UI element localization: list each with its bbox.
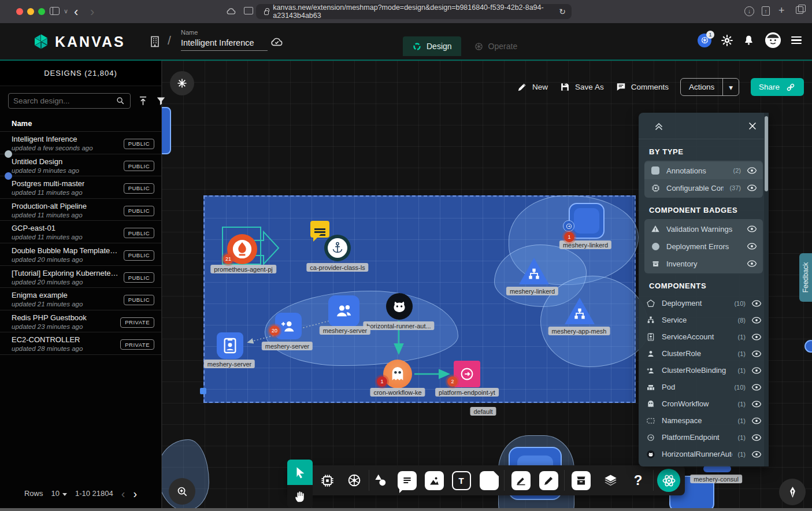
meshery-linkerd-node-badge[interactable]: 1 — [564, 232, 574, 242]
visibility-eye-icon[interactable] — [751, 416, 762, 426]
design-search-field[interactable] — [8, 93, 131, 109]
comment-tool[interactable] — [396, 470, 417, 491]
ca-provider-node[interactable] — [324, 235, 351, 261]
layers-tool[interactable] — [600, 470, 621, 491]
visibility-eye-icon[interactable] — [751, 399, 762, 409]
comment-marker-icon[interactable] — [310, 221, 329, 238]
platform-endpoint-node-badge[interactable]: 2 — [447, 376, 458, 387]
pen-mode-button[interactable] — [779, 479, 806, 505]
new-tab-icon[interactable]: + — [778, 5, 785, 17]
select-tool[interactable] — [287, 460, 313, 485]
design-list-item[interactable]: EC2-CONTROLLER updated 28 minutes ago PR… — [0, 332, 161, 355]
reload-icon[interactable]: ↻ — [559, 7, 566, 16]
text-tool[interactable]: T — [451, 470, 472, 491]
user-avatar[interactable] — [764, 31, 782, 49]
design-list-item[interactable]: Postgres multi-master updated 11 minutes… — [0, 176, 161, 199]
component-row[interactable]: ClusterRole (1) — [639, 345, 769, 362]
window-close-button[interactable] — [16, 8, 23, 15]
github-runner-node[interactable] — [386, 293, 413, 320]
visibility-eye-icon[interactable] — [747, 224, 757, 234]
visibility-eye-icon[interactable] — [751, 332, 762, 342]
kanvas-logo[interactable]: KANVAS — [32, 33, 125, 50]
shapes-tool[interactable] — [370, 470, 391, 491]
downloads-icon[interactable]: ↓ — [744, 6, 754, 16]
tab-overview-icon[interactable] — [796, 6, 803, 14]
feedback-tab[interactable]: Feedback — [799, 253, 812, 302]
kubernetes-context-icon[interactable]: 1 — [698, 34, 711, 47]
designs-column-header[interactable]: Name — [0, 114, 161, 132]
share-icon[interactable]: ↑ — [762, 6, 770, 16]
cron-workflow-node[interactable] — [383, 360, 412, 388]
visibility-eye-icon[interactable] — [751, 382, 762, 392]
close-panel-icon[interactable] — [747, 120, 758, 132]
component-row[interactable]: ServiceAccount (1) — [639, 328, 769, 345]
window-minimize-button[interactable] — [27, 8, 34, 15]
meshery-tool[interactable] — [657, 469, 680, 492]
design-list-item[interactable]: GCP-east-01 updated 11 minutes ago PUBLI… — [0, 221, 161, 243]
meshery-server-node-badge[interactable]: 20 — [269, 325, 280, 336]
component-row[interactable]: PlatformEndpoint (1) — [639, 429, 769, 446]
design-list-item[interactable]: Redis PHP Guestbook updated 23 minutes a… — [0, 310, 161, 333]
components-tool[interactable] — [317, 470, 338, 491]
collapse-panel-icon[interactable] — [652, 120, 665, 132]
organization-icon[interactable] — [148, 35, 162, 49]
design-list-item[interactable]: Intelligent Inference updated a few seco… — [0, 132, 161, 154]
visibility-eye-icon[interactable] — [751, 432, 762, 443]
kubernetes-tool[interactable] — [344, 470, 365, 491]
help-tool[interactable]: ? — [628, 470, 648, 491]
badge-row[interactable]: Inventory — [644, 255, 763, 272]
address-bar[interactable]: kanvas.new/extension/meshmap?mode=design… — [256, 4, 572, 19]
tab-operate[interactable]: Operate — [465, 36, 527, 56]
chevron-down-icon[interactable]: ∨ — [64, 8, 68, 15]
sidebar-toggle-icon[interactable] — [50, 7, 60, 15]
new-button[interactable]: New — [517, 82, 548, 92]
image-tool[interactable] — [424, 470, 444, 491]
design-list-item[interactable]: Double Bubble Map Template-copy updated … — [0, 243, 161, 266]
icloud-icon[interactable] — [225, 6, 237, 17]
settings-gear-icon[interactable] — [721, 34, 733, 47]
visibility-eye-icon[interactable] — [751, 315, 762, 325]
actions-dropdown-button[interactable]: Actions ▾ — [680, 78, 739, 96]
zoom-in-button[interactable] — [169, 478, 195, 505]
notifications-bell-icon[interactable] — [743, 34, 755, 46]
rows-per-page-select[interactable]: 10 — [51, 489, 66, 498]
design-search-input[interactable] — [13, 97, 116, 105]
badge-row[interactable]: Deployment Errors — [644, 238, 763, 255]
design-list-item[interactable]: Production-alt Pipeline updated 11 minut… — [0, 199, 161, 221]
share-button[interactable]: Share — [751, 78, 804, 96]
panel-scrollbar-track[interactable] — [764, 113, 769, 466]
design-list-item[interactable]: [Tutorial] Exploring Kubernetes Pod upda… — [0, 266, 161, 288]
selection-handle[interactable] — [200, 388, 206, 394]
component-row[interactable]: ClusterRoleBinding (1) — [639, 362, 769, 379]
freehand-draw-tool[interactable] — [538, 470, 559, 491]
pan-hand-tool[interactable] — [287, 485, 313, 508]
visibility-eye-icon[interactable] — [751, 349, 762, 359]
visibility-eye-icon[interactable] — [747, 165, 757, 176]
visibility-eye-icon[interactable] — [751, 365, 762, 376]
component-row[interactable]: Pod (10) — [639, 379, 769, 395]
canvas-settings-button[interactable] — [170, 71, 194, 95]
sticky-note-tool[interactable] — [479, 470, 499, 491]
component-row[interactable]: Namespace (1) — [639, 412, 769, 429]
visibility-eye-icon[interactable] — [751, 298, 762, 309]
component-row[interactable]: HorizontalRunnerAutoscaler (1) — [639, 446, 769, 462]
drawer-tool[interactable] — [570, 470, 591, 491]
back-button[interactable]: ‹ — [74, 5, 78, 20]
import-design-icon[interactable] — [138, 95, 149, 106]
by-type-row[interactable]: Configurable Components (37) — [644, 179, 763, 197]
actions-caret-icon[interactable]: ▾ — [723, 83, 739, 92]
annotate-pen-tool[interactable] — [510, 470, 531, 491]
panel-scrollbar-thumb[interactable] — [765, 116, 768, 191]
window-zoom-button[interactable] — [38, 8, 45, 15]
component-row[interactable]: Deployment (10) — [639, 295, 769, 312]
design-name-input[interactable] — [181, 36, 268, 51]
tab-design[interactable]: Design — [403, 36, 461, 56]
visibility-eye-icon[interactable] — [751, 449, 762, 460]
comments-button[interactable]: Comments — [616, 82, 669, 92]
save-as-button[interactable]: Save As — [559, 82, 604, 92]
design-list-item[interactable]: Untitled Design updated 9 minutes ago PU… — [0, 154, 161, 177]
design-list-item[interactable]: Enigma example updated 21 minutes ago PU… — [0, 288, 161, 310]
filter-icon[interactable] — [155, 95, 166, 106]
meshery-server-node[interactable] — [328, 295, 359, 327]
cron-workflow-node-badge[interactable]: 1 — [377, 376, 387, 387]
